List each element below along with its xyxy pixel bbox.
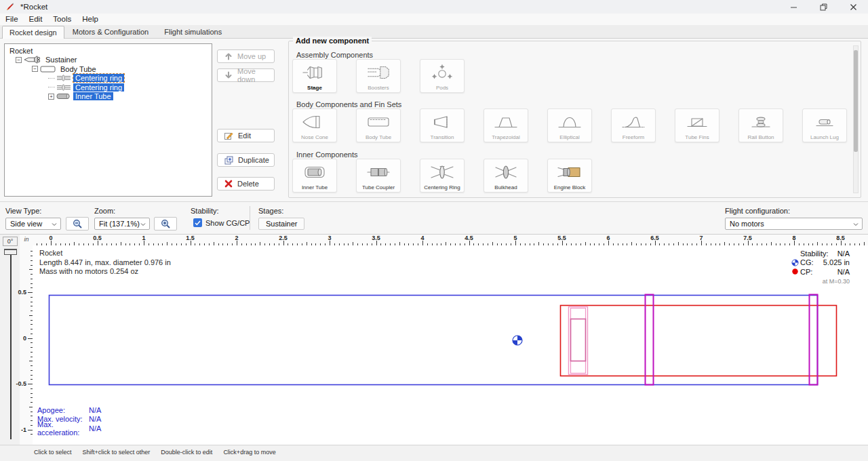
move-down-label: Move down (237, 67, 274, 83)
tree-item-label: Inner Tube (73, 92, 113, 100)
elliptical-fin-icon (556, 109, 583, 134)
show-cgcp-label: Show CG/CP (205, 219, 250, 227)
section-label-2: Inner Components (296, 151, 358, 159)
expand-icon[interactable]: + (48, 94, 54, 100)
engine-block-outline[interactable] (569, 307, 588, 375)
window-title: *Rocket (20, 3, 47, 11)
flight-config-value: No motors (730, 220, 764, 228)
menu-help[interactable]: Help (77, 14, 104, 25)
show-cgcp-checkbox[interactable] (193, 218, 202, 227)
add-trapezoidal-button: Trapezoidal (484, 108, 528, 142)
add-inner-tube-button[interactable]: Inner Tube (292, 159, 337, 193)
ruler-tick (283, 241, 284, 245)
menu-file[interactable]: File (0, 14, 24, 25)
delete-button[interactable]: Delete (217, 177, 275, 191)
stage-icon (302, 60, 328, 85)
zoom-select[interactable]: Fit (137.1%) (94, 218, 150, 230)
component-label: Launch Lug (810, 134, 839, 140)
view-type-select[interactable]: Side view (5, 218, 61, 230)
rocket-info-line: Rocket (39, 249, 171, 258)
tab-rocket-design[interactable]: Rocket design (2, 26, 64, 39)
openrocket-window: *Rocket FileEditToolsHelp Rocket designM… (0, 0, 868, 461)
arrow-down-icon (224, 71, 233, 79)
centering-ring-outline[interactable] (810, 295, 818, 385)
tree-item-centering-ring[interactable]: Centering ring (5, 74, 212, 83)
maximize-button[interactable] (808, 0, 838, 14)
ruler-unit: in (20, 235, 33, 245)
sim-result-value: N/A (89, 415, 101, 423)
ruler-tick (422, 241, 423, 245)
ruler-label: 8.5 (836, 235, 845, 241)
chevron-down-icon (52, 222, 57, 226)
tree-root[interactable]: Rocket (5, 46, 212, 56)
tree-item-inner-tube[interactable]: +Inner Tube (5, 92, 212, 102)
zoom-out-button[interactable] (66, 217, 89, 230)
stage-toggle-sustainer[interactable]: Sustainer (258, 218, 304, 230)
tree-item-sustainer[interactable]: −Sustainer (5, 56, 212, 65)
zoom-in-icon (161, 219, 171, 229)
edit-button[interactable]: Edit (217, 129, 275, 142)
rail-button-icon (747, 109, 774, 134)
stability-row: CG:5.025 in (791, 258, 850, 268)
close-button[interactable] (838, 0, 868, 14)
component-panel-scrollbar[interactable] (853, 45, 859, 193)
menu-edit[interactable]: Edit (24, 14, 48, 25)
tab-flight-simulations[interactable]: Flight simulations (157, 25, 229, 38)
status-hint: Click to select (34, 449, 72, 456)
rotation-slider-track[interactable] (10, 255, 12, 439)
cg-marker (513, 336, 522, 345)
collapse-icon[interactable]: − (16, 57, 22, 63)
body-tube-icon (365, 109, 392, 134)
duplicate-button[interactable]: Duplicate (217, 153, 275, 167)
horizontal-ruler: 00.511.522.533.544.555.566.577.588.5 (33, 235, 868, 245)
tree-item-body-tube[interactable]: −Body Tube (5, 64, 212, 74)
ruler-label: 7 (699, 235, 703, 241)
zoom-in-button[interactable] (154, 217, 177, 230)
ruler-tick (330, 241, 330, 245)
ruler-tick (237, 241, 237, 245)
flight-config-select[interactable]: No motors (725, 218, 863, 230)
centering-ring-tree-icon (56, 83, 71, 92)
collapse-icon[interactable]: − (32, 66, 38, 72)
inner-tube-outline[interactable] (561, 306, 837, 376)
tab-motors-configuration[interactable]: Motors & Configuration (65, 25, 157, 38)
move-down-button: Move down (217, 68, 275, 82)
rocket-canvas[interactable]: RocketLength 8.447 in, max. diameter 0.9… (33, 245, 868, 445)
add-bulkhead-button[interactable]: Bulkhead (484, 159, 528, 193)
zoom-label: Zoom: (94, 207, 115, 215)
add-centering-ring-button[interactable]: Centering Ring (420, 159, 465, 193)
centering-ring-icon (429, 159, 456, 184)
add-stage-button[interactable]: Stage (292, 59, 337, 93)
add-engine-block-button[interactable]: Engine Block (547, 159, 592, 193)
rotation-slider-handle[interactable] (4, 249, 17, 255)
component-tree[interactable]: Rocket−Sustainer−Body TubeCentering ring… (4, 43, 212, 197)
component-label: Freeform (623, 134, 644, 140)
ruler-tick (515, 241, 516, 245)
add-tube-coupler-button[interactable]: Tube Coupler (356, 159, 401, 193)
rotation-control: 0° (0, 235, 20, 445)
tree-item-label: Centering ring (73, 83, 124, 92)
stability-row: Stability:N/A (791, 249, 850, 258)
engine-block-icon (556, 159, 583, 184)
zoom-out-icon (73, 219, 83, 229)
sim-result-value: N/A (89, 424, 101, 433)
ruler-tick (144, 241, 144, 245)
flight-config-label: Flight configuration: (725, 207, 790, 215)
body-tube-outline[interactable] (50, 296, 818, 385)
tree-action-buttons: Move upMove downEditDuplicateDelete (217, 39, 275, 201)
ruler-tick (748, 241, 749, 245)
rotation-value[interactable]: 0° (3, 237, 18, 246)
component-label: Centering Ring (424, 184, 460, 191)
rocket-app-icon (5, 2, 15, 12)
stability-row-label: CP: (800, 268, 812, 276)
tree-item-centering-ring[interactable]: Centering ring (5, 83, 212, 92)
scrollbar-thumb[interactable] (854, 50, 858, 152)
rocket-info-line: Length 8.447 in, max. diameter 0.976 in (39, 258, 171, 268)
minimize-button[interactable] (778, 0, 808, 14)
component-label: Engine Block (554, 184, 586, 191)
component-label: Boosters (368, 85, 389, 91)
ruler-label: 1 (142, 235, 145, 241)
menu-tools[interactable]: Tools (47, 14, 77, 25)
figure-area: 0° in 00.511.522.533.544.555.566.577.588… (0, 234, 868, 445)
centering-ring-outline[interactable] (646, 295, 654, 385)
